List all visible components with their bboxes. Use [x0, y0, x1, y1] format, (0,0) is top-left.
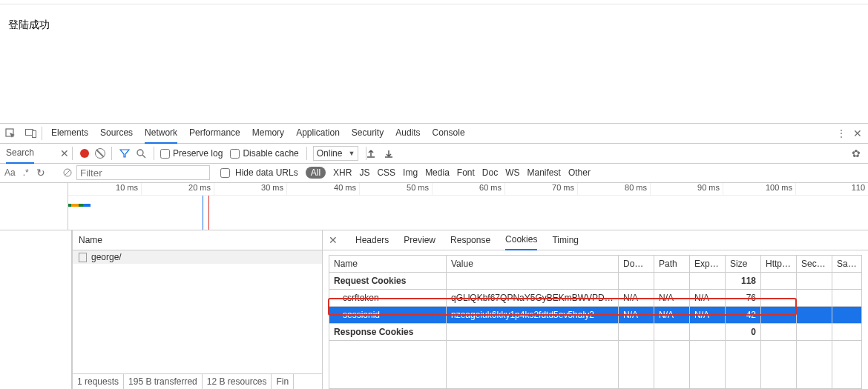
detail-tab-headers[interactable]: Headers — [355, 230, 389, 250]
timeline-tick: 30 ms — [214, 183, 286, 195]
divider — [306, 147, 307, 160]
request-list-header[interactable]: Name — [73, 230, 322, 250]
filter-cat-manifest[interactable]: Manifest — [527, 167, 561, 178]
match-case-toggle[interactable]: Aa — [4, 167, 16, 178]
timeline-tick: 110 — [795, 183, 868, 195]
hide-data-urls-checkbox[interactable]: Hide data URLs — [217, 166, 298, 180]
cookie-domain: N/A — [619, 290, 654, 307]
col-same[interactable]: Sam… — [832, 256, 862, 273]
search-tab[interactable]: Search — [6, 143, 34, 164]
cookies-table: Name Value Dom… Path Expi… Size Http… Se… — [329, 255, 862, 389]
toggle-device-icon[interactable] — [21, 127, 42, 140]
more-icon[interactable]: ⋮ — [837, 128, 846, 139]
close-devtools-icon[interactable]: ✕ — [853, 127, 862, 139]
col-size[interactable]: Size — [726, 256, 761, 273]
page-content: 登陆成功 — [0, 0, 868, 124]
tab-sources[interactable]: Sources — [100, 123, 133, 142]
cookie-path: N/A — [654, 307, 690, 324]
detail-tab-timing[interactable]: Timing — [552, 230, 579, 250]
regex-toggle[interactable]: .* — [23, 167, 29, 178]
timeline-tick: 10 ms — [68, 183, 141, 195]
detail-tab-cookies[interactable]: Cookies — [505, 230, 537, 250]
svg-point-3 — [137, 150, 143, 156]
empty-row — [329, 341, 862, 389]
divider — [111, 147, 112, 160]
col-name[interactable]: Name — [329, 256, 447, 273]
filter-input[interactable] — [76, 165, 210, 180]
detail-tabs: ✕ Headers Preview Response Cookies Timin… — [323, 230, 868, 250]
tab-elements[interactable]: Elements — [51, 123, 88, 142]
record-button-icon[interactable] — [80, 149, 89, 158]
clear-log-icon[interactable] — [95, 148, 105, 159]
tab-network[interactable]: Network — [145, 123, 177, 144]
cookies-header-row[interactable]: Name Value Dom… Path Expi… Size Http… Se… — [329, 256, 862, 273]
timeline-tick: 50 ms — [359, 183, 432, 195]
filter-cat-ws[interactable]: WS — [505, 167, 519, 178]
cookie-row-selected[interactable]: sessionid nzeageiuk6kky1p4ks2fdtd5ev5hal… — [329, 307, 862, 324]
filter-cat-js[interactable]: JS — [359, 167, 369, 178]
filter-cat-css[interactable]: CSS — [377, 167, 395, 178]
refresh-search-icon[interactable]: ↻ — [36, 167, 45, 179]
network-filterbar: Aa .* ↻ Hide data URLs All XHR JS CSS Im… — [0, 164, 868, 183]
detail-tab-response[interactable]: Response — [450, 230, 490, 250]
filter-cat-other[interactable]: Other — [568, 167, 591, 178]
load-marker — [208, 196, 209, 230]
document-icon — [79, 253, 87, 262]
network-summary: 1 requests 195 B transferred 12 B resour… — [73, 373, 322, 389]
close-detail-icon[interactable]: ✕ — [329, 234, 338, 246]
hide-data-urls-label: Hide data URLs — [235, 167, 298, 178]
divider — [72, 147, 73, 160]
request-row[interactable]: george/ — [73, 250, 322, 264]
svg-line-8 — [65, 170, 70, 176]
network-settings-icon[interactable]: ✿ — [852, 147, 861, 159]
close-search-icon[interactable]: ✕ — [60, 147, 69, 159]
filter-toggle-icon[interactable] — [119, 148, 131, 159]
page-top-divider — [0, 0, 868, 4]
network-timeline[interactable]: 10 ms 20 ms 30 ms 40 ms 50 ms 60 ms 70 m… — [0, 183, 868, 230]
summary-transferred: 195 B transferred — [124, 374, 203, 389]
tab-memory[interactable]: Memory — [252, 123, 284, 142]
svg-line-4 — [142, 155, 145, 158]
cookie-value: qGLlQKbf67QPNaY5GyBEKmBWVPD… — [447, 290, 619, 307]
disable-cache-checkbox[interactable]: Disable cache — [230, 148, 298, 159]
filter-cat-media[interactable]: Media — [425, 167, 450, 178]
col-http[interactable]: Http… — [761, 256, 797, 273]
export-har-icon[interactable] — [384, 149, 393, 158]
col-domain[interactable]: Dom… — [619, 256, 654, 273]
filter-cat-img[interactable]: Img — [403, 167, 418, 178]
summary-requests: 1 requests — [73, 374, 124, 389]
tab-application[interactable]: Application — [296, 123, 340, 142]
detail-tab-preview[interactable]: Preview — [404, 230, 435, 250]
filter-cat-all[interactable]: All — [306, 167, 326, 179]
throttling-select[interactable]: Online ▼ — [313, 146, 359, 161]
search-results-pane — [0, 230, 72, 389]
timeline-tick: 100 ms — [723, 183, 795, 195]
cookie-name: sessionid — [329, 307, 447, 324]
timeline-tick: 80 ms — [577, 183, 650, 195]
cookie-size: 76 — [726, 290, 761, 307]
col-secure[interactable]: Secure — [797, 256, 832, 273]
search-icon[interactable] — [136, 148, 148, 159]
col-path[interactable]: Path — [654, 256, 690, 273]
clear-search-results-icon[interactable] — [63, 168, 72, 177]
inspect-element-icon[interactable] — [0, 128, 21, 139]
summary-resources: 12 B resources — [203, 374, 272, 389]
filter-cat-xhr[interactable]: XHR — [333, 167, 352, 178]
response-cookies-section: Response Cookies0 — [329, 324, 862, 341]
filter-cat-font[interactable]: Font — [457, 167, 475, 178]
col-value[interactable]: Value — [447, 256, 619, 273]
tab-security[interactable]: Security — [352, 123, 384, 142]
preserve-log-label: Preserve log — [173, 148, 223, 159]
preserve-log-checkbox[interactable]: Preserve log — [160, 148, 223, 159]
timeline-tick: 90 ms — [650, 183, 723, 195]
request-list: Name george/ 1 requests 195 B transferre… — [72, 230, 323, 389]
col-expires[interactable]: Expi… — [690, 256, 726, 273]
tab-audits[interactable]: Audits — [395, 123, 420, 142]
timeline-tick: 70 ms — [504, 183, 577, 195]
tab-performance[interactable]: Performance — [189, 123, 240, 142]
import-har-icon[interactable] — [366, 149, 375, 158]
filter-cat-doc[interactable]: Doc — [482, 167, 498, 178]
summary-finish: Fin — [272, 374, 294, 389]
cookie-row[interactable]: csrftoken qGLlQKbf67QPNaY5GyBEKmBWVPD… N… — [329, 290, 862, 307]
tab-console[interactable]: Console — [433, 123, 465, 142]
